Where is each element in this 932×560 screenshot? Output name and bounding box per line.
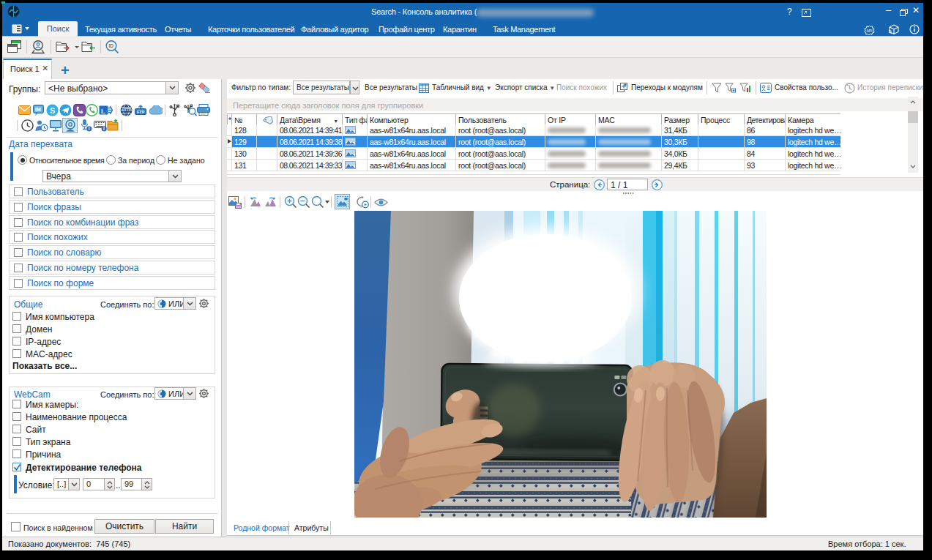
- svg-text:i: i: [103, 126, 105, 131]
- svg-text:ID: ID: [108, 43, 113, 48]
- svg-text:i: i: [89, 126, 90, 131]
- svg-text:IM: IM: [35, 107, 41, 112]
- svg-text:L: L: [101, 108, 105, 115]
- svg-text:S: S: [50, 106, 55, 115]
- svg-text:HTTP: HTTP: [122, 108, 132, 112]
- svg-text:FTP: FTP: [137, 110, 145, 114]
- svg-text:API: API: [866, 29, 872, 33]
